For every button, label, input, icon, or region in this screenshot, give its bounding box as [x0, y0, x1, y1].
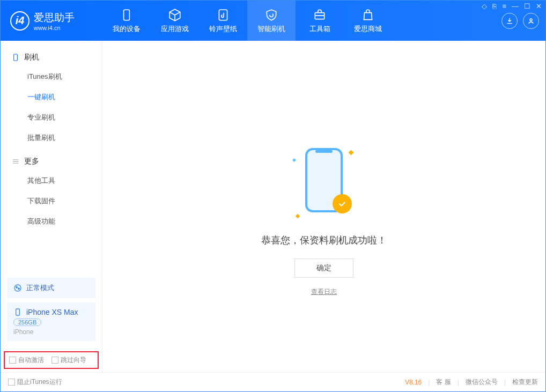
- download-button[interactable]: [501, 13, 518, 29]
- ok-button[interactable]: 确定: [294, 258, 353, 278]
- nav-apps[interactable]: 应用游戏: [151, 1, 199, 41]
- svg-point-3: [530, 19, 532, 21]
- mode-icon: [13, 284, 22, 292]
- svg-rect-1: [219, 10, 227, 20]
- footer-link-update[interactable]: 检查更新: [512, 378, 538, 387]
- nav-store[interactable]: 爱思商城: [344, 1, 392, 41]
- phone-illustration: [292, 143, 356, 223]
- user-button[interactable]: [523, 13, 539, 29]
- sidebar-item-download-fw[interactable]: 下载固件: [1, 191, 102, 211]
- sidebar: 刷机 iTunes刷机 一键刷机 专业刷机 批量刷机 更多 其他工具 下载固件 …: [1, 41, 102, 372]
- download-icon: [505, 17, 514, 25]
- footer-left: 阻止iTunes运行: [8, 378, 62, 387]
- success-badge-icon: [333, 194, 352, 213]
- sidebar-head-flash: 刷机: [1, 48, 102, 66]
- phone-notch-icon: [315, 150, 333, 153]
- sidebar-item-itunes-flash[interactable]: iTunes刷机: [1, 66, 102, 87]
- main-content: 恭喜您，保资料刷机成功啦！ 确定 查看日志: [102, 41, 545, 372]
- device-name: iPhone XS Max: [26, 308, 78, 316]
- nav-label: 应用游戏: [161, 24, 189, 34]
- footer-link-support[interactable]: 客 服: [436, 378, 451, 387]
- device-box[interactable]: iPhone XS Max 256GB iPhone: [7, 302, 95, 341]
- mode-label: 正常模式: [26, 283, 54, 293]
- sidebar-item-advanced[interactable]: 高级功能: [1, 211, 102, 232]
- nav-label: 工具箱: [309, 24, 330, 34]
- mode-box[interactable]: 正常模式: [7, 278, 95, 298]
- svg-rect-4: [14, 54, 18, 61]
- sidebar-group-flash: 刷机 iTunes刷机 一键刷机 专业刷机 批量刷机: [1, 48, 102, 152]
- checkbox-label: 阻止iTunes运行: [17, 378, 62, 387]
- success-panel: 恭喜您，保资料刷机成功啦！ 确定 查看日志: [261, 143, 387, 297]
- device-icon: [120, 8, 134, 22]
- nav-label: 铃声壁纸: [209, 24, 237, 34]
- view-log-link[interactable]: 查看日志: [261, 287, 387, 297]
- checkbox-icon: [8, 379, 15, 386]
- nav-toolbox[interactable]: 工具箱: [296, 1, 344, 41]
- svg-rect-0: [124, 10, 130, 20]
- nav-label: 我的设备: [113, 24, 141, 34]
- phone-icon: [11, 53, 20, 62]
- sidebar-item-batch-flash[interactable]: 批量刷机: [1, 128, 102, 148]
- checkbox-label: 跳过向导: [61, 356, 86, 365]
- success-message: 恭喜您，保资料刷机成功啦！: [261, 234, 387, 247]
- spark-icon: [349, 150, 354, 156]
- checkbox-label: 自动激活: [18, 356, 44, 365]
- device-small-icon: [13, 308, 22, 316]
- list-icon: [11, 157, 20, 166]
- spark-icon: [292, 158, 296, 162]
- auto-activate-checkbox[interactable]: 自动激活: [9, 356, 44, 365]
- svg-point-7: [18, 288, 20, 290]
- nav-flash[interactable]: 智能刷机: [247, 1, 296, 41]
- lock-icon[interactable]: ⎘: [492, 2, 497, 10]
- logo-text: 爱思助手 www.i4.cn: [34, 11, 75, 31]
- menu-icon[interactable]: ≡: [502, 2, 506, 10]
- music-file-icon: [216, 8, 230, 22]
- toolbox-icon: [313, 8, 327, 22]
- refresh-shield-icon: [264, 8, 278, 22]
- sidebar-item-other-tools[interactable]: 其他工具: [1, 171, 102, 191]
- sidebar-item-oneclick-flash[interactable]: 一键刷机: [1, 87, 102, 107]
- checkbox-icon: [51, 357, 58, 364]
- bag-icon: [361, 8, 375, 22]
- logo-icon: i4: [10, 11, 29, 31]
- block-itunes-checkbox[interactable]: 阻止iTunes运行: [8, 378, 62, 387]
- sidebar-head-label: 刷机: [24, 53, 39, 62]
- nav-my-device[interactable]: 我的设备: [102, 1, 151, 41]
- close-button[interactable]: ✕: [536, 2, 542, 10]
- sidebar-item-pro-flash[interactable]: 专业刷机: [1, 107, 102, 128]
- minimize-button[interactable]: —: [512, 2, 519, 10]
- svg-point-6: [16, 286, 18, 288]
- sidebar-head-label: 更多: [24, 157, 39, 166]
- top-nav: 我的设备 应用游戏 铃声壁纸 智能刷机 工具箱 爱思商城: [102, 1, 392, 41]
- sidebar-group-more: 更多 其他工具 下载固件 高级功能: [1, 152, 102, 236]
- spark-icon: [296, 214, 300, 218]
- divider: |: [458, 379, 459, 386]
- nav-label: 爱思商城: [354, 24, 382, 34]
- body: 刷机 iTunes刷机 一键刷机 专业刷机 批量刷机 更多 其他工具 下载固件 …: [1, 41, 545, 372]
- svg-point-5: [14, 285, 21, 291]
- maximize-button[interactable]: ☐: [524, 2, 530, 10]
- user-icon: [527, 17, 535, 25]
- shirt-icon[interactable]: ◇: [482, 2, 487, 10]
- highlighted-checkbox-row: 自动激活 跳过向导: [4, 351, 99, 369]
- footer: 阻止iTunes运行 V8.16 | 客 服 | 微信公众号 | 检查更新: [1, 372, 545, 391]
- skip-guide-checkbox[interactable]: 跳过向导: [51, 356, 86, 365]
- window-controls: ◇ ⎘ ≡ — ☐ ✕: [482, 2, 542, 10]
- cube-icon: [168, 8, 182, 22]
- device-type: iPhone: [13, 328, 33, 336]
- footer-right: V8.16 | 客 服 | 微信公众号 | 检查更新: [405, 378, 538, 387]
- sidebar-head-more: 更多: [1, 152, 102, 171]
- svg-rect-8: [16, 309, 20, 315]
- divider: |: [428, 379, 430, 386]
- divider: |: [504, 379, 506, 386]
- logo-area: i4 爱思助手 www.i4.cn: [1, 1, 102, 41]
- device-storage: 256GB: [13, 319, 41, 326]
- nav-label: 智能刷机: [257, 24, 285, 34]
- app-url: www.i4.cn: [34, 25, 75, 31]
- header: i4 爱思助手 www.i4.cn 我的设备 应用游戏 铃声壁纸 智能刷机 工具…: [1, 1, 545, 41]
- app-name: 爱思助手: [34, 11, 75, 25]
- nav-ringtones[interactable]: 铃声壁纸: [199, 1, 247, 41]
- footer-link-wechat[interactable]: 微信公众号: [466, 378, 498, 387]
- version-label: V8.16: [405, 379, 422, 386]
- checkbox-icon: [9, 357, 16, 364]
